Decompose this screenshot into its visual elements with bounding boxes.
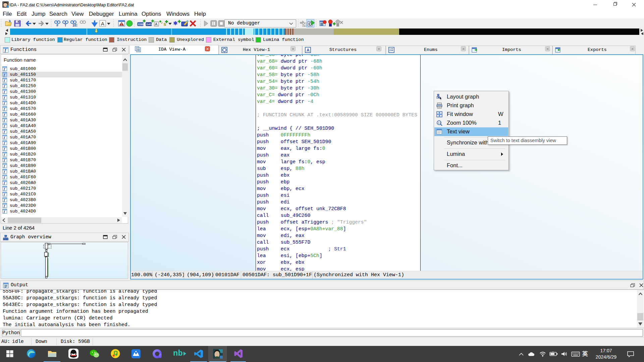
svg-text:A: A xyxy=(155,22,158,26)
svg-text:T: T xyxy=(64,23,66,27)
svg-text:CODE: CODE xyxy=(138,23,146,26)
svg-text:‘s: ‘s xyxy=(160,22,166,27)
svg-text:#: # xyxy=(56,23,58,27)
svg-text:1:1: 1:1 xyxy=(438,122,441,124)
svg-text:101: 101 xyxy=(72,23,77,27)
svg-text:A: A xyxy=(307,48,310,53)
svg-text:A: A xyxy=(101,21,104,26)
svg-text:C: C xyxy=(303,23,306,27)
svg-text:DATA: DATA xyxy=(147,23,153,26)
